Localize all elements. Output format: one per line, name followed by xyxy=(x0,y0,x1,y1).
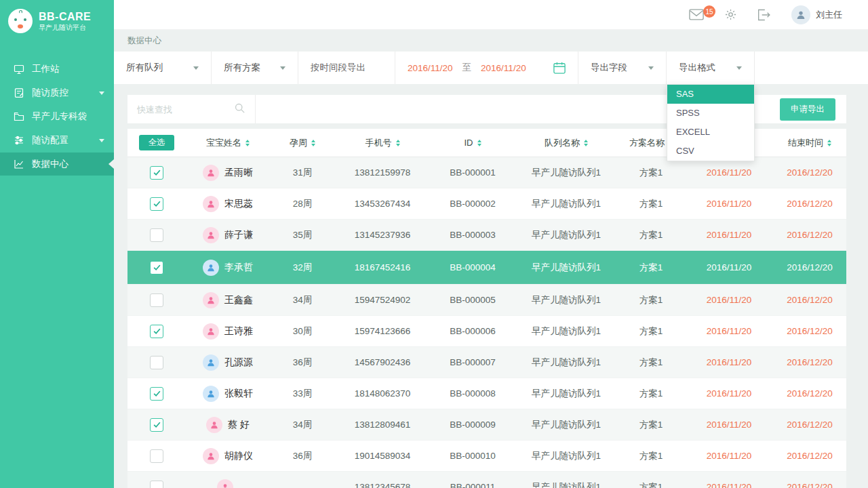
row-checkbox[interactable] xyxy=(150,197,163,211)
sidebar-item-specialist-bag[interactable]: 早产儿专科袋 xyxy=(0,105,114,128)
queue-name: 早产儿随访队列1 xyxy=(515,167,617,179)
sidebar-item-followup-qc[interactable]: 随访质控 xyxy=(0,81,114,104)
row-checkbox[interactable] xyxy=(150,293,163,307)
queue-name: 早产儿随访队列1 xyxy=(515,481,617,488)
sort-icon[interactable] xyxy=(584,140,588,146)
table-row[interactable]: 孔源源 36周 14567902436 BB-000007 早产儿随访队列1 方… xyxy=(127,347,846,378)
phone-number: 19014589034 xyxy=(335,451,430,461)
sort-icon[interactable] xyxy=(311,140,315,146)
gestation-weeks: 34周 xyxy=(270,419,335,431)
table-row[interactable]: 蔡 好 34周 13812809461 BB-000009 早产儿随访队列1 方… xyxy=(127,409,846,441)
avatar xyxy=(203,165,219,181)
plan-name: 方案1 xyxy=(617,229,685,241)
row-checkbox[interactable] xyxy=(150,481,163,488)
baby-name: 王诗雅 xyxy=(224,325,253,338)
breadcrumb: 数据中心 xyxy=(127,30,161,52)
sidebar: BB-CARE 早产儿随访平台 工作站 随访质控 早产儿专科袋 随访配置 数据中… xyxy=(0,0,114,488)
export-fields-select[interactable]: 导出字段 xyxy=(578,52,667,84)
export-format-select[interactable]: 导出格式 xyxy=(667,52,755,84)
queue-name: 早产儿随访队列1 xyxy=(515,419,617,431)
sidebar-item-followup-config[interactable]: 随访配置 xyxy=(0,129,114,152)
avatar xyxy=(203,323,219,340)
table-row[interactable]: 王鑫鑫 34周 15947524902 BB-000005 早产儿随访队列1 方… xyxy=(127,285,846,316)
mail-badge: 15 xyxy=(703,5,715,18)
start-date-cell: 2016/11/20 xyxy=(685,167,773,178)
phone-number: 13812159978 xyxy=(335,167,430,178)
user-profile[interactable]: 刘主任 xyxy=(791,5,842,24)
filter-bar: 所有队列 所有方案 按时间段导出 2016/11/20 至 2016/11/20… xyxy=(114,52,868,84)
format-option-excell[interactable]: EXCELL xyxy=(667,123,754,142)
gestation-weeks: 36周 xyxy=(270,357,335,369)
row-checkbox[interactable] xyxy=(150,387,163,401)
column-header-baby-name[interactable]: 宝宝姓名 xyxy=(186,137,270,149)
format-option-sas[interactable]: SAS xyxy=(667,85,754,104)
sort-icon[interactable] xyxy=(477,140,481,146)
start-date-cell: 2016/11/20 xyxy=(685,482,773,488)
row-checkbox[interactable] xyxy=(150,418,163,432)
record-id: BB-000007 xyxy=(430,357,515,367)
search-input[interactable] xyxy=(137,104,222,115)
queue-select[interactable]: 所有队列 xyxy=(114,52,212,84)
avatar xyxy=(203,292,219,308)
format-option-csv[interactable]: CSV xyxy=(667,142,754,161)
sort-icon[interactable] xyxy=(245,140,250,146)
table-row[interactable]: 孟雨晰 31周 13812159978 BB-000001 早产儿随访队列1 方… xyxy=(127,157,846,188)
table-row[interactable]: 李承哲 32周 18167452416 BB-000004 早产儿随访队列1 方… xyxy=(127,251,846,285)
column-header-gestation[interactable]: 孕周 xyxy=(270,137,335,149)
column-header-phone[interactable]: 手机号 xyxy=(335,137,430,149)
row-checkbox[interactable] xyxy=(150,166,163,180)
table-row[interactable]: 王诗雅 30周 15974123666 BB-000006 早产儿随访队列1 方… xyxy=(127,316,846,347)
calendar-icon[interactable] xyxy=(553,62,566,74)
record-id: BB-000002 xyxy=(430,199,515,209)
start-date-cell: 2016/11/20 xyxy=(685,420,773,430)
plan-select[interactable]: 所有方案 xyxy=(212,52,298,84)
table-row[interactable]: 宋思蕊 28周 13453267434 BB-000002 早产儿随访队列1 方… xyxy=(127,188,846,220)
row-checkbox[interactable] xyxy=(150,228,163,242)
plan-name: 方案1 xyxy=(617,388,685,400)
search-icon[interactable] xyxy=(234,102,245,117)
row-checkbox[interactable] xyxy=(150,261,163,274)
table-row[interactable]: 薛子谦 35周 13145237936 BB-000003 早产儿随访队列1 方… xyxy=(127,220,846,251)
select-all-button[interactable]: 全选 xyxy=(139,135,174,150)
baby-name: 李承哲 xyxy=(224,262,253,274)
baby-name: 薛子谦 xyxy=(224,229,253,241)
format-option-spss[interactable]: SPSS xyxy=(667,104,754,123)
record-id: BB-000003 xyxy=(430,230,515,240)
table-row[interactable]: 张毅轩 33周 18148062370 BB-000008 早产儿随访队列1 方… xyxy=(127,378,846,409)
gestation-weeks: 31周 xyxy=(270,167,335,179)
avatar xyxy=(203,354,219,371)
end-date-value[interactable]: 2016/11/20 xyxy=(481,63,526,73)
start-date-cell: 2016/11/20 xyxy=(685,451,773,461)
gestation-weeks: 34周 xyxy=(270,294,335,306)
column-header-queue[interactable]: 队列名称 xyxy=(515,137,617,149)
gear-icon[interactable] xyxy=(724,8,737,21)
row-checkbox[interactable] xyxy=(150,449,163,463)
sidebar-item-data-center[interactable]: 数据中心 xyxy=(0,152,114,176)
plan-name: 方案1 xyxy=(617,294,685,306)
app-subtitle: 早产儿随访平台 xyxy=(39,23,91,32)
start-date-cell: 2016/11/20 xyxy=(685,388,773,399)
start-date-value[interactable]: 2016/11/20 xyxy=(408,63,453,73)
select-all-cell: 全选 xyxy=(127,135,186,150)
time-export-label: 按时间段导出 xyxy=(298,52,395,84)
phone-number: 13812809461 xyxy=(335,420,430,430)
sort-icon[interactable] xyxy=(396,140,400,146)
queue-select-value: 所有队列 xyxy=(126,62,163,74)
start-date-cell: 2016/11/20 xyxy=(685,326,773,336)
row-checkbox[interactable] xyxy=(150,325,163,338)
mail-icon[interactable]: 15 xyxy=(689,9,704,20)
date-range-picker[interactable]: 2016/11/20 至 2016/11/20 xyxy=(395,52,578,84)
apply-export-button[interactable]: 申请导出 xyxy=(780,98,835,121)
table-row[interactable]: 胡静仪 36周 19014589034 BB-000010 早产儿随访队列1 方… xyxy=(127,441,846,472)
plan-name: 方案1 xyxy=(617,481,685,488)
sidebar-item-workstation[interactable]: 工作站 xyxy=(0,58,114,81)
sort-icon[interactable] xyxy=(827,140,831,146)
end-date-cell: 2016/12/20 xyxy=(773,230,846,240)
end-date-cell: 2016/12/20 xyxy=(773,326,846,336)
column-header-id[interactable]: ID xyxy=(430,138,515,148)
logout-icon[interactable] xyxy=(757,9,771,21)
column-header-end-time[interactable]: 结束时间 xyxy=(773,137,846,149)
table-row[interactable]: 13812345678 BB-000011 早产儿随访队列1 方案1 2016/… xyxy=(127,472,846,488)
row-checkbox[interactable] xyxy=(150,356,163,369)
plan-name: 方案1 xyxy=(617,450,685,462)
